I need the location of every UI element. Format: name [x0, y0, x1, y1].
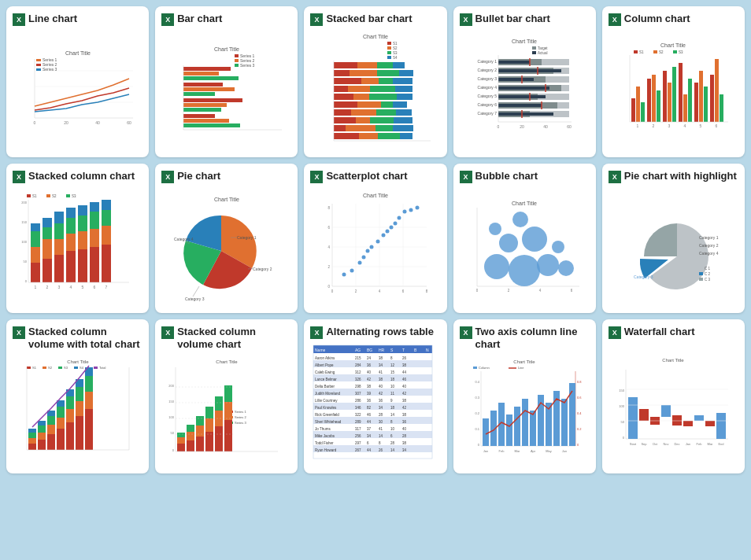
card-alternating-rows-table[interactable]: X Alternating rows table Name AG BG HR S… [304, 319, 446, 473]
svg-rect-59 [348, 86, 370, 92]
card-line-chart[interactable]: X Line chart Chart Title 0 [6, 6, 149, 157]
svg-text:34: 34 [379, 363, 383, 367]
svg-rect-83 [359, 133, 378, 139]
svg-rect-64 [369, 94, 397, 100]
svg-rect-179 [43, 227, 52, 239]
svg-text:Chart Title: Chart Title [214, 46, 239, 52]
svg-text:Albert Pope: Albert Pope [315, 363, 334, 367]
card-title: Stacked column volume with total chart [28, 326, 142, 350]
svg-text:38: 38 [402, 441, 407, 445]
svg-text:S4: S4 [80, 366, 84, 370]
svg-text:312: 312 [355, 370, 361, 374]
svg-point-236 [361, 255, 365, 259]
excel-icon: X [310, 171, 323, 183]
svg-point-240 [381, 233, 385, 237]
chart-preview: Chart Title S1 S2 S3 S4 Total [13, 353, 142, 467]
svg-rect-347 [215, 396, 223, 411]
svg-rect-285 [27, 367, 31, 369]
svg-rect-89 [532, 46, 536, 50]
svg-text:14: 14 [390, 448, 395, 452]
svg-rect-311 [66, 422, 74, 450]
svg-text:36: 36 [379, 399, 383, 403]
svg-rect-308 [57, 418, 65, 429]
svg-rect-68 [381, 101, 393, 108]
svg-text:Jun: Jun [562, 449, 567, 453]
svg-rect-52 [377, 70, 399, 76]
svg-point-242 [389, 225, 393, 229]
svg-rect-173 [31, 263, 40, 282]
svg-rect-171 [66, 194, 70, 197]
svg-rect-61 [395, 86, 412, 92]
svg-rect-106 [498, 78, 534, 81]
card-pie-highlight-chart[interactable]: X Pie chart with highlight Category 1 Ca… [602, 164, 745, 313]
card-pie-chart[interactable]: X Pie chart Chart Title Category 1 C [155, 164, 298, 313]
svg-text:39: 39 [367, 392, 372, 396]
chart-preview: Chart Title Category 1 Category 2 Catego… [161, 186, 291, 307]
svg-text:Chart Title: Chart Title [363, 34, 388, 39]
svg-rect-143 [641, 102, 645, 122]
svg-text:284: 284 [355, 363, 361, 367]
svg-rect-85 [400, 133, 412, 139]
card-stacked-bar-chart[interactable]: X Stacked bar chart Chart Title S1 S2 S3… [304, 6, 446, 157]
svg-point-235 [357, 260, 361, 264]
svg-rect-182 [54, 239, 64, 255]
svg-rect-67 [357, 101, 381, 108]
svg-text:2: 2 [46, 285, 48, 289]
svg-rect-296 [28, 438, 36, 444]
card-title: Bubble chart [475, 170, 538, 182]
card-scatterplot-chart[interactable]: X Scatterplot chart Chart Title [304, 164, 446, 313]
svg-rect-343 [205, 418, 213, 432]
svg-text:Delia Barber: Delia Barber [315, 385, 335, 389]
svg-text:297: 297 [355, 441, 361, 445]
card-bullet-bar-chart[interactable]: X Bullet bar chart Chart Title Target Ac… [453, 6, 596, 157]
svg-text:Chart Title: Chart Title [363, 193, 388, 198]
svg-text:0.2: 0.2 [577, 427, 582, 431]
chart-preview: Chart Title Column Line [460, 353, 590, 467]
excel-icon: X [609, 326, 621, 339]
svg-rect-121 [498, 104, 542, 107]
svg-rect-158 [720, 94, 723, 122]
svg-rect-303 [47, 434, 55, 450]
card-bubble-chart[interactable]: X Bubble chart Chart Title 0 [453, 164, 596, 313]
svg-text:Jan: Jan [483, 449, 488, 453]
svg-rect-82 [334, 133, 359, 139]
svg-text:40: 40 [367, 370, 372, 374]
svg-text:0: 0 [478, 443, 480, 447]
svg-text:3: 3 [57, 285, 60, 289]
svg-rect-344 [205, 407, 213, 418]
card-column-chart[interactable]: X Column chart Chart Title S1 S2 S3 [602, 6, 745, 157]
excel-icon: X [609, 171, 621, 183]
svg-rect-198 [102, 226, 111, 245]
svg-point-234 [350, 268, 353, 272]
svg-rect-75 [356, 117, 370, 123]
svg-rect-78 [334, 125, 346, 131]
card-stacked-col-vol-total[interactable]: X Stacked column volume with total chart… [6, 319, 149, 473]
card-two-axis-chart[interactable]: X Two axis column line chart Chart Title… [453, 319, 596, 473]
svg-text:2: 2 [327, 265, 330, 269]
svg-point-266 [522, 227, 547, 252]
svg-point-267 [552, 241, 564, 253]
svg-text:6: 6 [93, 285, 95, 289]
card-stacked-column-chart[interactable]: X Stacked column chart S1 S2 S3 [6, 164, 149, 313]
svg-text:40: 40 [402, 385, 407, 389]
svg-text:38: 38 [402, 413, 407, 417]
svg-rect-305 [47, 416, 55, 425]
svg-text:S2: S2 [659, 50, 664, 54]
card-stacked-col-vol[interactable]: X Stacked column volume chart Chart Titl… [155, 319, 298, 473]
svg-text:38: 38 [402, 399, 407, 403]
chart-preview: Chart Title S1 S2 S3 [609, 29, 738, 151]
svg-text:C 2: C 2 [705, 272, 711, 276]
svg-rect-111 [498, 87, 549, 90]
svg-text:4: 4 [539, 289, 542, 293]
svg-rect-184 [54, 212, 64, 223]
svg-text:82: 82 [367, 406, 372, 410]
svg-text:42: 42 [379, 392, 383, 396]
svg-text:Lance Belmar: Lance Belmar [315, 378, 337, 381]
svg-text:0.3: 0.3 [475, 396, 480, 400]
card-bar-chart[interactable]: X Bar chart Chart Title Series 1 Series … [155, 6, 298, 157]
svg-text:28: 28 [402, 434, 407, 438]
card-waterfall-chart[interactable]: X Waterfall chart Chart Title [602, 319, 745, 473]
svg-text:10: 10 [390, 427, 395, 431]
svg-text:Paul Knowles: Paul Knowles [315, 406, 337, 410]
svg-rect-152 [688, 79, 692, 122]
